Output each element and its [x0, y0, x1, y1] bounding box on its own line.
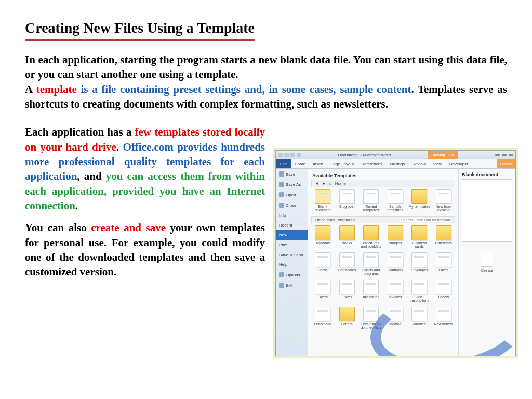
template-item[interactable]: Books	[336, 225, 359, 248]
template-item[interactable]: Invitations	[360, 280, 383, 302]
fwd-icon[interactable]: ►	[322, 181, 326, 186]
template-item[interactable]: Minutes	[408, 307, 431, 329]
tab-mailings[interactable]: Mailings	[386, 159, 408, 168]
template-item[interactable]: Charts and diagrams	[360, 252, 383, 275]
sb-label: Print	[279, 243, 287, 247]
sidebar-item-open[interactable]: Open	[276, 190, 308, 200]
template-item[interactable]: Calendars	[432, 225, 456, 248]
sidebar-item-help[interactable]: Help	[276, 260, 308, 270]
template-item[interactable]: Brochures and booklets	[360, 225, 383, 248]
sb-label: Options	[286, 273, 300, 277]
template-item[interactable]: Contracts	[384, 252, 407, 275]
template-item[interactable]: Agendas	[311, 225, 335, 248]
preview-pane: Blank document Create	[458, 169, 515, 356]
close-icon	[279, 203, 284, 208]
template-icon	[315, 225, 330, 240]
p3-red: create and save	[91, 221, 166, 234]
tab-pagelayout[interactable]: Page Layout	[327, 159, 357, 168]
template-label: Blank document	[311, 205, 335, 212]
word-screenshot: Document1 - Microsoft Word Drawing Tools…	[273, 148, 518, 358]
template-item[interactable]: Envelopes	[408, 252, 431, 275]
sidebar-item-info[interactable]: Info	[276, 210, 308, 220]
template-item[interactable]: Newsletters	[432, 307, 456, 329]
tab-references[interactable]: References	[357, 159, 386, 168]
template-item[interactable]: Sample templates	[384, 189, 407, 212]
template-icon	[363, 280, 379, 294]
create-button[interactable]: Create	[481, 251, 493, 273]
template-item[interactable]: Budgets	[384, 225, 407, 248]
sidebar-item-savesend[interactable]: Save & Send	[276, 250, 308, 260]
template-icon	[339, 189, 355, 204]
breadcrumb[interactable]: ◄►⌂Home	[311, 180, 455, 187]
template-item[interactable]: Memos	[384, 307, 407, 329]
sidebar-item-print[interactable]: Print	[276, 240, 308, 250]
template-item[interactable]: Blank document	[311, 189, 335, 212]
template-item[interactable]: Faxes	[432, 252, 456, 275]
template-label: Business cards	[408, 241, 431, 248]
template-label: Cards	[318, 268, 328, 272]
template-item[interactable]: Recent templates	[360, 189, 383, 212]
tab-developer[interactable]: Developer	[446, 159, 472, 168]
templates-area: Available Templates ◄►⌂Home Blank docume…	[308, 169, 458, 356]
template-label: Certificates	[338, 268, 356, 272]
sidebar-item-options[interactable]: Options	[276, 270, 308, 280]
document-icon	[481, 251, 493, 267]
template-icon	[388, 252, 403, 267]
officecom-heading: Office.com Templates	[315, 218, 355, 222]
template-item[interactable]: My templates	[408, 189, 431, 212]
template-icon	[388, 307, 403, 321]
tab-review[interactable]: Review	[408, 159, 429, 168]
file-tab[interactable]: File	[276, 159, 291, 168]
sidebar-item-saveas[interactable]: Save As	[276, 179, 308, 190]
template-label: Memos	[389, 322, 401, 326]
sb-label: Recent	[279, 223, 292, 228]
tab-view[interactable]: View	[430, 159, 446, 168]
sidebar-item-exit[interactable]: Exit	[276, 280, 308, 290]
template-item[interactable]: Business cards	[408, 225, 431, 248]
backstage-sidebar: Save Save As Open Close Info Recent New …	[276, 169, 308, 356]
template-icon	[315, 189, 330, 204]
tab-format[interactable]: Format	[497, 159, 515, 168]
template-item[interactable]: Blog post	[336, 189, 359, 212]
template-label: Forms	[342, 295, 352, 299]
template-item[interactable]: Invoices	[384, 280, 407, 302]
template-icon	[388, 280, 403, 294]
tab-home[interactable]: Home	[291, 159, 309, 168]
back-icon[interactable]: ◄	[315, 181, 319, 186]
home-icon[interactable]: ⌂	[329, 181, 332, 186]
template-label: Sample templates	[384, 205, 407, 212]
paragraph-1: In each application, starting the progra…	[25, 52, 507, 111]
template-label: New from existing	[432, 205, 456, 212]
template-item[interactable]: Labels	[432, 280, 456, 302]
template-item[interactable]: Cards	[311, 252, 335, 275]
template-item[interactable]: Job descriptions	[408, 280, 431, 302]
template-item[interactable]: New from existing	[432, 189, 456, 212]
paragraph-3: You can also create and save your own te…	[25, 220, 265, 279]
p1-text-pre: A	[25, 83, 36, 96]
sidebar-item-new[interactable]: New	[276, 230, 308, 240]
template-item[interactable]: Letterhead	[311, 307, 335, 329]
template-item[interactable]: Certificates	[336, 252, 359, 275]
template-label: Letters	[341, 322, 352, 326]
sb-label: Open	[286, 193, 296, 197]
template-item[interactable]: Forms	[336, 280, 359, 302]
template-item[interactable]: Letters	[336, 307, 359, 329]
sb-label: Close	[286, 203, 296, 208]
sidebar-item-close[interactable]: Close	[276, 200, 308, 210]
sidebar-item-recent[interactable]: Recent	[276, 220, 308, 230]
sidebar-item-save[interactable]: Save	[276, 169, 308, 179]
template-icon	[388, 189, 403, 204]
template-icon	[436, 225, 451, 240]
template-item[interactable]: Flyers	[311, 280, 335, 302]
template-label: Charts and diagrams	[360, 268, 383, 275]
search-input[interactable]	[400, 218, 451, 222]
template-item[interactable]: Lists and to-do checklists	[360, 307, 383, 329]
template-label: Contracts	[388, 268, 403, 272]
tab-insert[interactable]: Insert	[309, 159, 327, 168]
template-icon	[436, 280, 451, 294]
template-label: Calendars	[435, 241, 452, 245]
template-icon	[436, 252, 451, 267]
p2-dot: .	[116, 141, 123, 153]
template-label: Agendas	[315, 241, 330, 245]
available-templates-heading: Available Templates	[311, 171, 455, 180]
